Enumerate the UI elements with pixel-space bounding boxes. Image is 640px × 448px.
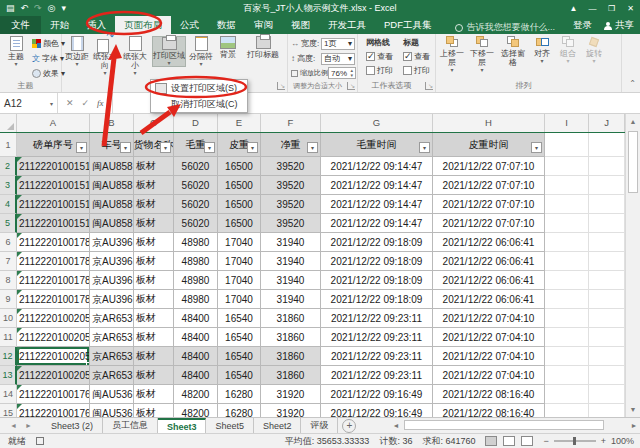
cell-A12[interactable]: 2112220100205 bbox=[17, 347, 90, 366]
cell-A2[interactable]: 2112220100151 bbox=[17, 157, 90, 176]
cell-H5[interactable]: 2021/12/22 07:07:10 bbox=[433, 214, 545, 233]
cell-H3[interactable]: 2021/12/22 07:07:10 bbox=[433, 176, 545, 195]
tab-pdf-tools[interactable]: PDF工具集 bbox=[375, 16, 441, 34]
cell-F8[interactable]: 31940 bbox=[261, 271, 321, 290]
cell-C6[interactable]: 板材 bbox=[134, 233, 174, 252]
cell-A11[interactable]: 2112220100205 bbox=[17, 328, 90, 347]
tab-view[interactable]: 视图 bbox=[282, 16, 319, 34]
name-box-dropdown-icon[interactable]: ▾ bbox=[50, 100, 53, 107]
breaks-button[interactable]: 分隔符▾ bbox=[188, 36, 214, 67]
cell-E10[interactable]: 16540 bbox=[218, 309, 261, 328]
sheet-options-dialog-launcher-icon[interactable]: ↘ bbox=[425, 82, 433, 90]
print-area-button[interactable]: 打印区域▾ bbox=[152, 36, 186, 67]
cell-G6[interactable]: 2021/12/22 09:18:09 bbox=[321, 233, 433, 252]
column-header-I[interactable]: I bbox=[545, 114, 589, 132]
row-header-7[interactable]: 7 bbox=[0, 252, 17, 271]
row-header-11[interactable]: 11 bbox=[0, 328, 17, 347]
cell-A6[interactable]: 2112220100178 bbox=[17, 233, 90, 252]
cell-C12[interactable]: 板材 bbox=[134, 347, 174, 366]
selection-pane-button[interactable]: 选择窗格 bbox=[498, 36, 528, 67]
tab-home[interactable]: 开始 bbox=[41, 16, 78, 34]
cell-J15[interactable] bbox=[589, 404, 625, 417]
header-cell-G1[interactable]: 毛重时间▾ bbox=[321, 133, 433, 157]
cell-H2[interactable]: 2021/12/22 07:07:10 bbox=[433, 157, 545, 176]
cell-F13[interactable]: 31860 bbox=[261, 366, 321, 385]
cell-H15[interactable]: 2021/12/22 08:16:40 bbox=[433, 404, 545, 417]
size-button[interactable]: 纸张大小▾ bbox=[120, 36, 150, 76]
row-header-10[interactable]: 10 bbox=[0, 309, 17, 328]
scroll-down-icon[interactable]: ▼ bbox=[626, 402, 640, 417]
cell-D6[interactable]: 48980 bbox=[174, 233, 218, 252]
sheet-nav-right-icon[interactable]: ► bbox=[25, 422, 32, 429]
filter-dropdown-icon[interactable]: ▾ bbox=[531, 142, 542, 153]
background-button[interactable]: 背景 bbox=[215, 36, 241, 59]
cell-G3[interactable]: 2021/12/22 09:14:47 bbox=[321, 176, 433, 195]
column-header-D[interactable]: D bbox=[174, 114, 218, 132]
cell-J2[interactable] bbox=[589, 157, 625, 176]
cell-I13[interactable] bbox=[545, 366, 589, 385]
sheet-tab-sheet3[interactable]: Sheet3 bbox=[158, 418, 207, 433]
cell-B5[interactable]: 闽AU858 bbox=[90, 214, 134, 233]
send-backward-button[interactable]: 下移一层▾ bbox=[468, 36, 496, 73]
column-header-G[interactable]: G bbox=[321, 114, 433, 132]
cell-E3[interactable]: 16500 bbox=[218, 176, 261, 195]
cell-A13[interactable]: 2112220100205 bbox=[17, 366, 90, 385]
tab-review[interactable]: 审阅 bbox=[245, 16, 282, 34]
cell-J1[interactable] bbox=[589, 133, 625, 157]
cell-J3[interactable] bbox=[589, 176, 625, 195]
cell-H4[interactable]: 2021/12/22 07:07:10 bbox=[433, 195, 545, 214]
cell-A8[interactable]: 2112220100178 bbox=[17, 271, 90, 290]
cell-A5[interactable]: 2112220100151 bbox=[17, 214, 90, 233]
macro-record-icon[interactable] bbox=[36, 437, 44, 445]
cell-C3[interactable]: 板材 bbox=[134, 176, 174, 195]
scroll-right-icon[interactable]: ► bbox=[628, 422, 640, 429]
cell-C9[interactable]: 板材 bbox=[134, 290, 174, 309]
cell-B11[interactable]: 京AR653 bbox=[90, 328, 134, 347]
cell-G5[interactable]: 2021/12/22 09:14:47 bbox=[321, 214, 433, 233]
zoom-slider[interactable] bbox=[573, 437, 576, 445]
page-setup-dialog-launcher-icon[interactable]: ↘ bbox=[277, 82, 285, 90]
cell-F2[interactable]: 39520 bbox=[261, 157, 321, 176]
enter-icon[interactable]: ✓ bbox=[82, 98, 90, 108]
scale-input[interactable]: 76%▴▾ bbox=[328, 67, 356, 79]
cell-B9[interactable]: 京AU396 bbox=[90, 290, 134, 309]
vertical-scroll-thumb[interactable] bbox=[628, 131, 638, 193]
select-all-corner[interactable] bbox=[0, 114, 17, 132]
page-layout-view-icon[interactable] bbox=[503, 436, 515, 446]
cell-E11[interactable]: 16540 bbox=[218, 328, 261, 347]
cell-J12[interactable] bbox=[589, 347, 625, 366]
cell-D4[interactable]: 56020 bbox=[174, 195, 218, 214]
header-cell-A1[interactable]: 磅单序号▾ bbox=[17, 133, 90, 157]
cell-I14[interactable] bbox=[545, 385, 589, 404]
cell-H12[interactable]: 2021/12/22 07:04:10 bbox=[433, 347, 545, 366]
row-header-13[interactable]: 13 bbox=[0, 366, 17, 385]
cell-J5[interactable] bbox=[589, 214, 625, 233]
cell-G15[interactable]: 2021/12/22 09:16:49 bbox=[321, 404, 433, 417]
insert-function-icon[interactable]: fx bbox=[97, 98, 104, 108]
cell-D12[interactable]: 48400 bbox=[174, 347, 218, 366]
cell-E6[interactable]: 17040 bbox=[218, 233, 261, 252]
cancel-icon[interactable]: ✕ bbox=[66, 98, 74, 108]
cell-J7[interactable] bbox=[589, 252, 625, 271]
cell-F5[interactable]: 39520 bbox=[261, 214, 321, 233]
cell-J13[interactable] bbox=[589, 366, 625, 385]
cell-D11[interactable]: 48400 bbox=[174, 328, 218, 347]
cell-J14[interactable] bbox=[589, 385, 625, 404]
cell-C5[interactable]: 板材 bbox=[134, 214, 174, 233]
orientation-button[interactable]: 纸张方向▾ bbox=[90, 36, 120, 76]
align-button[interactable]: 对齐▾ bbox=[530, 36, 554, 64]
cell-I2[interactable] bbox=[545, 157, 589, 176]
cell-I1[interactable] bbox=[545, 133, 589, 157]
row-header-12[interactable]: 12 bbox=[0, 347, 17, 366]
maximize-button[interactable]: ❒ bbox=[602, 0, 621, 16]
filter-dropdown-icon[interactable]: ▾ bbox=[307, 142, 318, 153]
print-titles-button[interactable]: 打印标题 bbox=[243, 36, 283, 59]
zoom-level[interactable]: 100% bbox=[611, 436, 634, 446]
cell-J9[interactable] bbox=[589, 290, 625, 309]
cell-C11[interactable]: 板材 bbox=[134, 328, 174, 347]
cell-H10[interactable]: 2021/12/22 07:04:10 bbox=[433, 309, 545, 328]
column-header-A[interactable]: A bbox=[17, 114, 90, 132]
row-header-14[interactable]: 14 bbox=[0, 385, 17, 404]
row-header-5[interactable]: 5 bbox=[0, 214, 17, 233]
theme-fonts-button[interactable]: 文 字体▾ bbox=[32, 53, 64, 64]
